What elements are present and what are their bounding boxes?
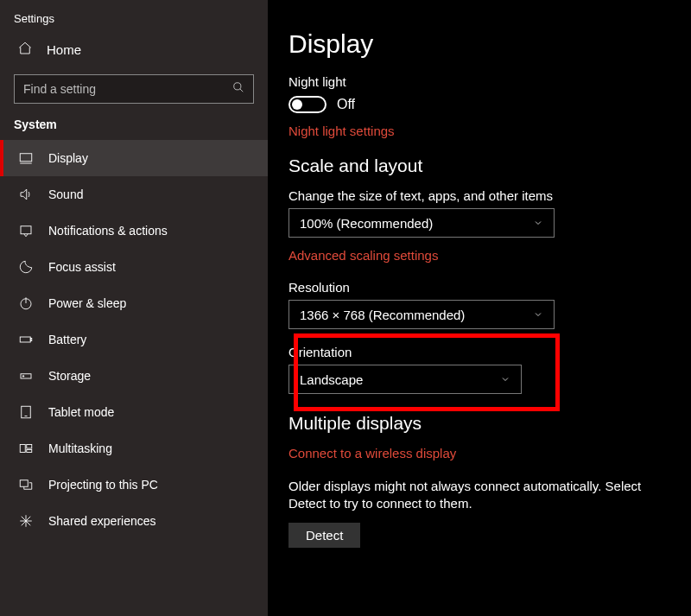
resolution-label: Resolution [288,280,691,295]
night-light-label: Night light [288,74,691,89]
scale-select[interactable]: 100% (Recommended) [288,208,555,238]
sidebar-item-label: Shared experiences [48,514,156,528]
projecting-icon [17,477,35,492]
home-nav[interactable]: Home [0,30,268,71]
svg-rect-4 [21,226,31,234]
search-box[interactable] [14,74,254,104]
home-icon [17,41,33,59]
scale-text-label: Change the size of text, apps, and other… [288,188,691,203]
svg-rect-8 [30,339,32,341]
older-displays-text: Older displays might not always connect … [288,478,660,512]
storage-icon [17,368,35,384]
sidebar-item-power-sleep[interactable]: Power & sleep [0,285,268,321]
orientation-value: Landscape [300,372,363,387]
sidebar-item-storage[interactable]: Storage [0,358,268,394]
sidebar-item-label: Sound [48,187,83,201]
sidebar-item-tablet-mode[interactable]: Tablet mode [0,394,268,430]
svg-line-1 [240,89,244,92]
battery-icon [17,332,35,347]
chevron-down-icon [533,308,543,322]
search-icon [232,81,244,97]
night-light-state: Off [337,97,355,112]
power-icon [17,295,35,311]
scale-layout-header: Scale and layout [288,156,691,176]
svg-rect-7 [20,337,30,342]
night-light-settings-link[interactable]: Night light settings [288,124,691,138]
svg-rect-14 [27,445,32,449]
display-icon [17,150,35,166]
sidebar-item-multitasking[interactable]: Multitasking [0,430,268,467]
settings-main-panel: Display Night light Off Night light sett… [268,0,691,616]
chevron-down-icon [500,372,510,387]
resolution-select[interactable]: 1366 × 768 (Recommended) [288,300,555,329]
sidebar-item-label: Tablet mode [48,405,114,419]
connect-wireless-display-link[interactable]: Connect to a wireless display [288,446,691,460]
sidebar-item-sound[interactable]: Sound [0,176,268,213]
section-label: System [0,117,268,140]
sidebar-item-label: Storage [48,369,91,383]
nav-list: Display Sound Notifications & actions Fo… [0,140,268,539]
sidebar-item-display[interactable]: Display [0,140,268,176]
home-label: Home [47,42,81,57]
page-title: Display [288,29,691,59]
svg-rect-2 [20,154,32,162]
multitasking-icon [17,441,35,456]
tablet-icon [17,404,35,420]
svg-point-10 [22,376,24,378]
svg-rect-9 [21,374,31,378]
advanced-scaling-link[interactable]: Advanced scaling settings [288,248,691,263]
sidebar-item-label: Notifications & actions [48,224,168,238]
sidebar-item-projecting[interactable]: Projecting to this PC [0,467,268,503]
chevron-down-icon [533,216,543,231]
svg-rect-13 [20,445,25,453]
sidebar-item-focus-assist[interactable]: Focus assist [0,249,268,285]
detect-button[interactable]: Detect [288,523,360,548]
sidebar-item-notifications[interactable]: Notifications & actions [0,213,268,249]
svg-point-0 [234,83,241,90]
orientation-group: Orientation Landscape [288,340,691,394]
night-light-toggle[interactable] [288,96,326,113]
app-title: Settings [0,7,268,30]
search-input[interactable] [23,82,232,96]
orientation-select[interactable]: Landscape [288,365,522,394]
notifications-icon [17,223,35,238]
sidebar-item-battery[interactable]: Battery [0,321,268,358]
sound-icon [17,187,35,202]
sidebar-item-label: Multitasking [48,441,112,455]
resolution-value: 1366 × 768 (Recommended) [300,308,465,322]
sidebar-item-label: Display [48,151,88,165]
sidebar-item-label: Power & sleep [48,296,126,310]
shared-icon [17,513,35,529]
orientation-label: Orientation [288,340,691,359]
focus-assist-icon [17,259,35,275]
multiple-displays-header: Multiple displays [288,413,691,434]
sidebar-item-label: Battery [48,333,86,346]
scale-value: 100% (Recommended) [300,216,433,231]
sidebar-item-label: Focus assist [48,260,116,274]
svg-rect-16 [20,480,28,487]
svg-rect-15 [27,450,32,453]
settings-sidebar: Settings Home System Display Sound Notif… [0,0,268,616]
sidebar-item-label: Projecting to this PC [48,478,158,492]
sidebar-item-shared-experiences[interactable]: Shared experiences [0,503,268,539]
